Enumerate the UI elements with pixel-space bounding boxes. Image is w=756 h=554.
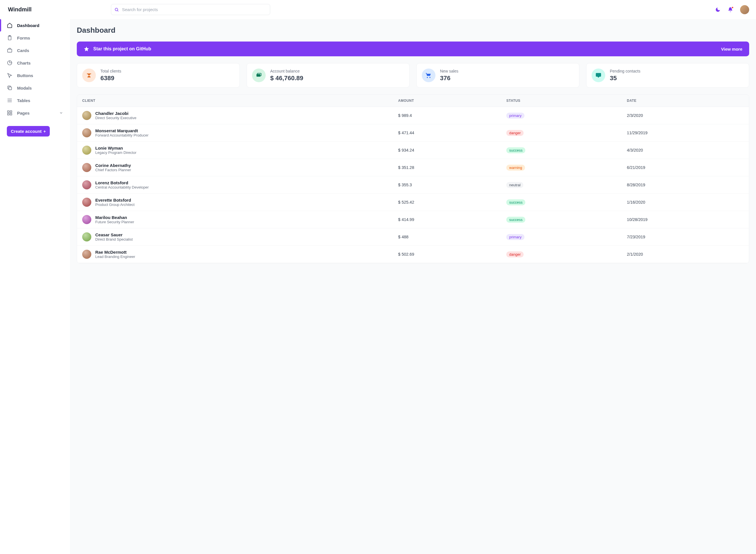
date-cell: 7/23/2019 xyxy=(622,228,749,246)
client-title: Legacy Program Director xyxy=(95,151,137,155)
svg-point-8 xyxy=(115,8,118,10)
table-row[interactable]: Lonie WymanLegacy Program Director$ 934.… xyxy=(77,142,749,159)
amount-cell: $ 414.99 xyxy=(393,211,501,228)
sidebar-item-charts[interactable]: Charts xyxy=(0,57,70,69)
svg-rect-4 xyxy=(8,111,9,113)
svg-rect-6 xyxy=(8,113,9,115)
svg-point-9 xyxy=(90,73,91,74)
cursor-icon xyxy=(7,72,12,78)
create-account-label: Create account xyxy=(11,129,42,134)
svg-rect-7 xyxy=(10,113,12,115)
search-input[interactable] xyxy=(111,4,270,15)
table-row[interactable]: Ceasar SauerDirect Brand Specialist$ 488… xyxy=(77,228,749,246)
stat-card-account-balance: Account balance$ 46,760.89 xyxy=(247,63,410,88)
amount-cell: $ 989.4 xyxy=(393,107,501,124)
table-row[interactable]: Lorenz BotsfordCentral Accountability De… xyxy=(77,176,749,194)
create-account-button[interactable]: Create account + xyxy=(7,126,50,136)
amount-cell: $ 471.44 xyxy=(393,124,501,142)
amount-cell: $ 355.3 xyxy=(393,176,501,194)
clients-table: ClientAmountStatusDate Chandler JacobiDi… xyxy=(77,95,749,263)
people-icon xyxy=(82,68,96,82)
cta-text: Star this project on GitHub xyxy=(93,46,151,51)
table-row[interactable]: Monserrat MarquardtForward Accountabilit… xyxy=(77,124,749,142)
client-name: Ceasar Sauer xyxy=(95,232,133,237)
avatar xyxy=(82,250,91,259)
stat-label: New sales xyxy=(440,69,458,73)
briefcase-icon xyxy=(7,48,12,53)
sidebar-item-tables[interactable]: Tables xyxy=(0,94,70,107)
date-cell: 2/1/2020 xyxy=(622,246,749,263)
sidebar-item-label: Cards xyxy=(17,48,29,53)
client-name: Chandler Jacobi xyxy=(95,111,137,116)
avatar xyxy=(82,198,91,207)
theme-toggle-button[interactable] xyxy=(715,7,721,12)
client-title: Chief Factors Planner xyxy=(95,168,131,172)
stat-value: 376 xyxy=(440,74,458,82)
client-title: Future Security Planner xyxy=(95,220,134,224)
sidebar-item-label: Modals xyxy=(17,86,32,91)
stat-card-total-clients: Total clients6389 xyxy=(77,63,240,88)
sidebar-item-label: Pages xyxy=(17,111,30,115)
svg-rect-2 xyxy=(8,49,12,52)
status-badge: success xyxy=(506,199,525,205)
clients-table-wrap: ClientAmountStatusDate Chandler JacobiDi… xyxy=(77,95,749,263)
client-name: Monserrat Marquardt xyxy=(95,128,149,133)
svg-rect-3 xyxy=(9,87,12,90)
layout-icon xyxy=(7,110,12,116)
sidebar-item-label: Forms xyxy=(17,36,30,40)
notification-dot xyxy=(731,6,734,9)
date-cell: 2/3/2020 xyxy=(622,107,749,124)
status-badge: danger xyxy=(506,252,523,257)
client-title: Product Group Architect xyxy=(95,203,134,207)
table-row[interactable]: Corine AbernathyChief Factors Planner$ 3… xyxy=(77,159,749,176)
copy-icon xyxy=(7,85,12,91)
table-row[interactable]: Rae McDermottLead Branding Engineer$ 502… xyxy=(77,246,749,263)
sidebar-item-label: Charts xyxy=(17,61,31,65)
stat-card-new-sales: New sales376 xyxy=(416,63,579,88)
sidebar-item-buttons[interactable]: Buttons xyxy=(0,69,70,81)
status-badge: primary xyxy=(506,113,524,119)
content: Dashboard Star this project on GitHub Vi… xyxy=(70,19,756,554)
user-avatar[interactable] xyxy=(740,5,749,14)
moon-icon xyxy=(715,7,721,12)
sidebar-item-forms[interactable]: Forms xyxy=(0,32,70,44)
cta-view-more: View more xyxy=(721,47,742,51)
cash-icon xyxy=(252,68,266,82)
table-row[interactable]: Marilou BeahanFuture Security Planner$ 4… xyxy=(77,211,749,228)
date-cell: 6/21/2019 xyxy=(622,159,749,176)
amount-cell: $ 525.42 xyxy=(393,194,501,211)
amount-cell: $ 934.24 xyxy=(393,142,501,159)
chevron-down-icon xyxy=(59,111,63,115)
avatar xyxy=(82,128,91,137)
client-name: Marilou Beahan xyxy=(95,215,134,220)
sidebar-item-dashboard[interactable]: Dashboard xyxy=(0,19,70,32)
avatar xyxy=(82,215,91,224)
stat-cards-row: Total clients6389Account balance$ 46,760… xyxy=(77,63,749,88)
topbar xyxy=(70,0,756,19)
amount-cell: $ 351.28 xyxy=(393,159,501,176)
pie-icon xyxy=(7,60,12,66)
date-cell: 10/28/2019 xyxy=(622,211,749,228)
date-cell: 8/28/2019 xyxy=(622,176,749,194)
stat-card-pending-contacts: Pending contacts35 xyxy=(586,63,749,88)
sidebar-item-modals[interactable]: Modals xyxy=(0,81,70,94)
col-header-client: Client xyxy=(77,95,393,107)
stat-value: $ 46,760.89 xyxy=(270,74,303,82)
notifications-button[interactable] xyxy=(727,7,733,12)
sidebar-item-cards[interactable]: Cards xyxy=(0,44,70,57)
sidebar-item-label: Buttons xyxy=(17,73,33,78)
client-title: Direct Brand Specialist xyxy=(95,237,133,241)
table-row[interactable]: Chandler JacobiDirect Security Executive… xyxy=(77,107,749,124)
status-badge: danger xyxy=(506,130,523,136)
stat-value: 6389 xyxy=(100,74,121,82)
search-wrap xyxy=(111,4,270,15)
table-row[interactable]: Everette BotsfordProduct Group Architect… xyxy=(77,194,749,211)
logo[interactable]: Windmill xyxy=(0,0,70,19)
sidebar-item-pages[interactable]: Pages xyxy=(0,107,70,119)
col-header-date: Date xyxy=(622,95,749,107)
github-cta[interactable]: Star this project on GitHub View more xyxy=(77,42,749,56)
amount-cell: $ 488 xyxy=(393,228,501,246)
nav-list: DashboardFormsCardsChartsButtonsModalsTa… xyxy=(0,19,70,119)
sidebar-item-label: Dashboard xyxy=(17,23,39,28)
col-header-status: Status xyxy=(501,95,622,107)
